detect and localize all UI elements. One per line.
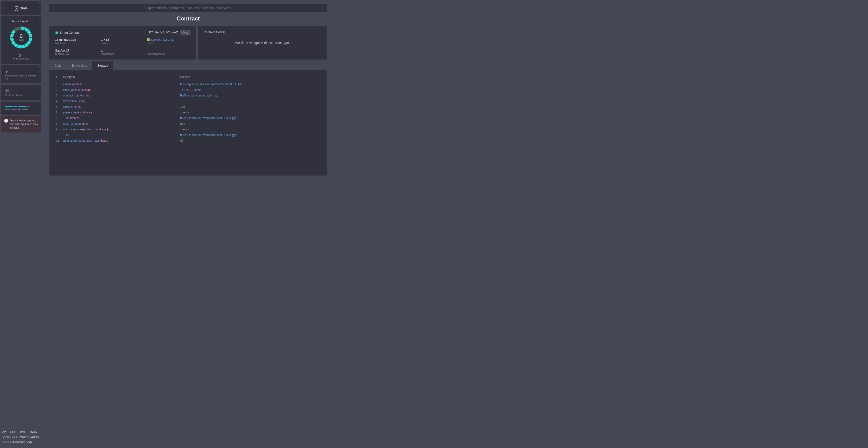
last-active-value: 15 minutes ago bbox=[55, 38, 99, 41]
storage-row: 11winning_ticket_number_hash: bytes00 bbox=[55, 138, 321, 144]
storage-value: 1 entry bbox=[180, 128, 189, 131]
storage-value: 1 entry bbox=[180, 111, 189, 114]
network-name: Tezos Sandbox bbox=[5, 20, 37, 23]
footer: APIBlogTermsPrivacy Contact us on Twitte… bbox=[1, 427, 41, 447]
txs-value: 1 bbox=[101, 49, 145, 52]
details-message: We don't recognize this contract type. bbox=[204, 41, 321, 45]
block-number: 7 bbox=[5, 69, 37, 74]
storage-row: 1admin: addresstz1cGftgD3FuBmBhcwY24RaMm… bbox=[55, 82, 321, 87]
storage-value: true bbox=[180, 122, 185, 125]
footer-links: APIBlogTermsPrivacy bbox=[2, 429, 40, 435]
election-label: On-Chain Election bbox=[5, 94, 37, 97]
storage-value[interactable]: Raffle smart contract with map bbox=[180, 94, 218, 97]
contract-icon bbox=[55, 31, 58, 34]
tabs: CallsEntrypointsStorage bbox=[50, 61, 327, 70]
tab-storage[interactable]: Storage bbox=[92, 61, 113, 70]
header-index: # bbox=[55, 74, 62, 82]
last-active-label: Last Active bbox=[55, 42, 99, 44]
svg-rect-1 bbox=[56, 33, 57, 33]
storage-table: # Key/Type Content 1admin: addresstz1cGf… bbox=[55, 74, 321, 144]
storage-value[interactable]: tz1cGftgD3FuBmBhcwY24RaMm5D2UXLr5LHW bbox=[180, 83, 242, 86]
storage-row: 9sold_tickets: map { nat => address }1 e… bbox=[55, 127, 321, 132]
page-title: Contract bbox=[50, 15, 327, 22]
contract-summary-panel: Smart Contract KT1HenYZ..V7umAZ Copy 15 … bbox=[50, 26, 196, 60]
made-by-link[interactable]: Blockwatch Data bbox=[13, 440, 32, 443]
election-card[interactable]: – On-Chain Election bbox=[1, 85, 41, 100]
storage-value: 100 bbox=[180, 105, 185, 109]
resize-icon bbox=[39, 86, 40, 87]
copy-button[interactable]: Copy bbox=[180, 30, 190, 35]
delegate-value: - bbox=[147, 49, 190, 52]
tab-calls[interactable]: Calls bbox=[50, 61, 67, 70]
resize-icon bbox=[39, 103, 40, 104]
cycle-donut: 0 Cycle bbox=[5, 25, 37, 50]
contact-or: or bbox=[27, 435, 30, 438]
storage-value[interactable]: 1618679183569 bbox=[180, 88, 200, 92]
contract-type: Smart Contract bbox=[60, 31, 80, 34]
time-left-value: 0m bbox=[5, 54, 37, 57]
block-label: Latest Block seen 15 minutes ago bbox=[5, 74, 37, 80]
resize-icon bbox=[39, 66, 40, 67]
election-square-icon bbox=[5, 89, 9, 92]
cycle-card: Tezos Sandbox 0 Cycle 0m Until Cycle End bbox=[1, 16, 41, 64]
storage-panel: # Key/Type Content 1admin: addresstz1cGf… bbox=[50, 70, 327, 176]
storage-value[interactable]: tz1VSUr8wwNhLAzempoch5d6hLRiTh8Cjcjb bbox=[180, 133, 237, 137]
sync-alert: ! Tezos indexer syncing. The data presen… bbox=[1, 116, 41, 132]
balance-label: Balance bbox=[101, 42, 145, 44]
contract-details-panel: Contract Details We don't recognize this… bbox=[198, 26, 327, 60]
contact-pre: Contact us on bbox=[2, 435, 19, 438]
storage-row: 5jackpot: mutez100 bbox=[55, 104, 321, 110]
tab-entrypoints[interactable]: Entrypoints bbox=[67, 61, 92, 70]
storage-row: 2close_date: timestamp1618679183569 bbox=[55, 87, 321, 93]
storage-value: 00 bbox=[180, 139, 183, 142]
main: Contract Smart Contract KT1HenYZ..V7umAZ… bbox=[42, 0, 334, 448]
tezos-logo-icon bbox=[14, 5, 19, 11]
header-content: Content bbox=[179, 74, 321, 82]
created-label: Creation Date bbox=[55, 53, 99, 55]
created-value: Sat Apr 17 bbox=[55, 49, 99, 52]
election-value: – bbox=[11, 88, 13, 92]
contract-address[interactable]: KT1HenYZ..V7umAZ bbox=[149, 31, 178, 34]
identicon bbox=[147, 38, 150, 41]
cycle-label: Cycle bbox=[19, 39, 24, 41]
made-pre: Made by bbox=[2, 440, 13, 443]
storage-row: 8raffle_is_open: booltrue bbox=[55, 121, 321, 127]
creator-link[interactable]: tz1VSUr8..8Cjcjb bbox=[151, 38, 174, 41]
resize-icon bbox=[39, 17, 40, 18]
block-card[interactable]: 7 Latest Block seen 15 minutes ago bbox=[1, 65, 41, 83]
resize-icon bbox=[39, 2, 40, 3]
logo-card[interactable]: Stats bbox=[1, 1, 41, 14]
footer-link-terms[interactable]: Terms bbox=[18, 430, 25, 433]
footer-link-blog[interactable]: Blog bbox=[10, 430, 15, 433]
balance-value: 1 XTZ bbox=[101, 38, 145, 41]
storage-row: 70: addresstz1VSUr8wwNhLAzempoch5d6hLRiT… bbox=[55, 115, 321, 121]
details-title: Contract Details bbox=[204, 30, 321, 34]
footer-link-privacy[interactable]: Privacy bbox=[29, 430, 37, 433]
health-bar bbox=[5, 106, 37, 107]
storage-row: 3contract_name: stringRaffle smart contr… bbox=[55, 93, 321, 98]
cycle-number: 0 bbox=[20, 33, 23, 39]
storage-row: 4description: string bbox=[55, 98, 321, 104]
sidebar: Stats Tezos Sandbox 0 Cycle 0m Until Cyc… bbox=[0, 0, 42, 448]
search-input[interactable] bbox=[50, 6, 327, 10]
time-left-label: Until Cycle End bbox=[5, 57, 37, 60]
storage-row: 6players: set { address }1 entry bbox=[55, 110, 321, 115]
alert-text: Tezos indexer syncing. The data presente… bbox=[10, 119, 38, 130]
search-bar[interactable] bbox=[50, 4, 327, 12]
header-key: Key/Type bbox=[62, 74, 179, 82]
discord-link[interactable]: Discord bbox=[30, 435, 39, 438]
footer-link-api[interactable]: API bbox=[2, 430, 7, 433]
txs-label: Transactions bbox=[101, 53, 145, 55]
twitter-link[interactable]: Twitter bbox=[19, 435, 27, 438]
storage-value[interactable]: tz1VSUr8wwNhLAzempoch5d6hLRiTh8Cjcjb bbox=[180, 117, 237, 120]
delegate-label: Current Delegate bbox=[147, 53, 190, 55]
brand-text: Stats bbox=[20, 6, 28, 10]
alert-icon: ! bbox=[4, 119, 8, 123]
health-label: Good Network Health bbox=[5, 108, 37, 111]
creator-label: Creator bbox=[147, 42, 190, 44]
health-card[interactable]: Good Network Health bbox=[1, 102, 41, 115]
storage-row: 100tz1VSUr8wwNhLAzempoch5d6hLRiTh8Cjcjb bbox=[55, 132, 321, 138]
